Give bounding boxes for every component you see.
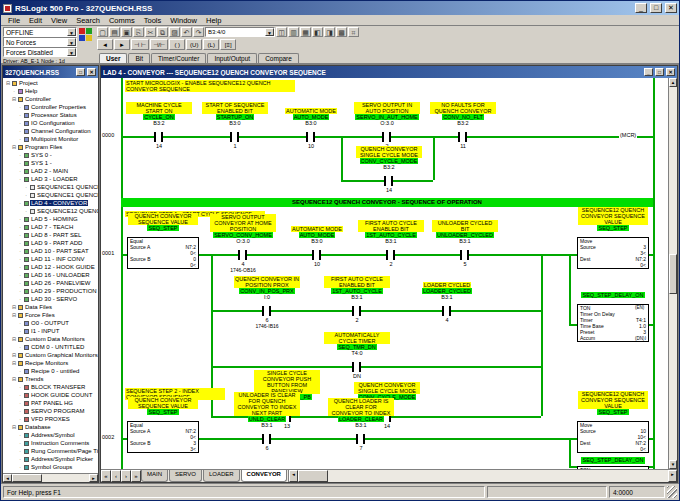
xic-contact[interactable] [238, 250, 247, 260]
tree-expand-icon[interactable]: ⊟ [11, 96, 17, 102]
tree-item-instruction-comments[interactable]: ·Instruction Comments [3, 439, 98, 447]
mode-combo[interactable]: OFFLINE ▼ [3, 27, 77, 37]
tree-maximize-button[interactable]: □ [76, 68, 85, 76]
rung-number[interactable]: 0000 [102, 132, 119, 138]
tree-item-lad-12-hook-guide[interactable]: ·LAD 12 - HOOK GUIDE [3, 263, 98, 271]
mcr-output[interactable]: (MCR) [619, 132, 637, 138]
palette-prev-button[interactable]: ◄ [97, 39, 113, 50]
maximize-button[interactable]: □ [650, 3, 662, 13]
properties-icon[interactable]: ▩ [336, 27, 347, 37]
tree-item-lad-3-loader[interactable]: ·LAD 3 - LOADER [3, 175, 98, 183]
tree-item-lad-8-part-sel[interactable]: ·LAD 8 - PART SEL [3, 231, 98, 239]
ladder-vertical-scrollbar[interactable]: ▲ ▼ [668, 78, 677, 469]
scroll-left-icon[interactable]: ◄ [3, 474, 12, 482]
tree-item-sequence1-quench-load[interactable]: ·SEQUENCE1 QUENCH LOAD [3, 191, 98, 199]
instruction-box[interactable]: MoveSource1010<DestN7:20< [577, 421, 649, 453]
xic-contact[interactable] [352, 306, 361, 316]
close-button[interactable]: ✕ [665, 3, 677, 13]
xic-contact[interactable] [382, 132, 391, 142]
forces-state-combo[interactable]: Forces Disabled ▼ [3, 47, 77, 57]
tree-item-io-configuration[interactable]: ·IO Configuration [3, 119, 98, 127]
menu-view[interactable]: View [47, 16, 71, 25]
tab-nav-2[interactable]: › [121, 470, 131, 482]
tree-item-o0-output[interactable]: ·O0 - OUTPUT [3, 319, 98, 327]
file-tab-loader[interactable]: LOADER [203, 470, 240, 482]
menu-window[interactable]: Window [166, 16, 201, 25]
xic-contact[interactable] [312, 250, 321, 260]
save-icon[interactable]: ▣ [121, 27, 132, 37]
tree-item-block-transfer[interactable]: ·BLOCK TRANSFER [3, 383, 98, 391]
tree-item-sys-0-[interactable]: ·SYS 0 - [3, 151, 98, 159]
palette-tab-input-output[interactable]: Input/Output [207, 53, 257, 63]
xio-instruction-button[interactable]: ⊣/⊢ [150, 39, 168, 50]
xic-contact[interactable] [230, 132, 239, 142]
tree-item-hook-guide-count[interactable]: ·HOOK GUIDE COUNT [3, 391, 98, 399]
xic-instruction-button[interactable]: ⊣ ⊢ [131, 39, 149, 50]
tree-expand-icon[interactable]: ⊟ [5, 80, 11, 86]
tree-item-lad-29-production[interactable]: ·LAD 29 - PRODUCTION [3, 287, 98, 295]
otu-instruction-button[interactable]: (U) [186, 39, 202, 50]
tree-item-cdm-0-untitled[interactable]: ·CDM 0 - UNTITLED [3, 343, 98, 351]
ladder-horizontal-scrollbar[interactable]: ◄► [288, 470, 677, 482]
tree-horizontal-scrollbar[interactable]: ◄ ► [3, 473, 98, 482]
xic-contact[interactable] [442, 306, 451, 316]
chevron-down-icon[interactable]: ▼ [67, 28, 76, 36]
instruction-box[interactable]: TONTimer On DelayTimerT4:2 [577, 466, 649, 469]
menu-file[interactable]: File [4, 16, 24, 25]
tab-nav-1[interactable]: ‹ [111, 470, 121, 482]
box-instruction-button[interactable]: [≡] [220, 39, 236, 50]
tree-item-recipe-0-untitled[interactable]: ·Recipe 0 - untitled [3, 367, 98, 375]
menu-help[interactable]: Help [202, 16, 225, 25]
tree-item-trends[interactable]: ⊟Trends [3, 375, 98, 383]
tree-item-channel-configuration[interactable]: ·Channel Configuration [3, 127, 98, 135]
tree-item-address-symbol[interactable]: ·Address/Symbol [3, 431, 98, 439]
tree-item-lad-2-main[interactable]: ·LAD 2 - MAIN [3, 167, 98, 175]
ladder-minimize-button[interactable]: _ [644, 68, 653, 76]
xic-contact[interactable] [352, 362, 361, 372]
minimize-button[interactable]: _ [635, 3, 647, 13]
rung-number[interactable]: 0002 [102, 434, 119, 440]
tree-close-button[interactable]: ✕ [87, 68, 96, 76]
palette-tab-bit[interactable]: Bit [128, 53, 150, 63]
scroll-left-icon[interactable]: ◄ [289, 470, 298, 482]
palette-tab-timer-counter[interactable]: Timer/Counter [151, 53, 206, 63]
ladder-close-button[interactable]: ✕ [666, 68, 675, 76]
tree-item-database[interactable]: ⊟Database [3, 423, 98, 431]
tree-item-custom-data-monitors[interactable]: ⊟Custom Data Monitors [3, 335, 98, 343]
tree-item-lad-10-part-seat[interactable]: ·LAD 10 - PART SEAT [3, 247, 98, 255]
otl-instruction-button[interactable]: (L) [203, 39, 219, 50]
window-titlebar[interactable]: RSLogix 500 Pro - 327QUENCH.RSS _ □ ✕ [1, 1, 679, 15]
verify-project-icon[interactable]: ▥ [288, 27, 299, 37]
palette-tab-user[interactable]: User [99, 53, 127, 63]
open-file-icon[interactable]: ▤ [109, 27, 120, 37]
xic-contact[interactable] [262, 306, 271, 316]
tree-item-lad-4-conveyor[interactable]: ·LAD 4 - CONVEYOR [3, 199, 98, 207]
tree-expand-icon[interactable]: ⊟ [11, 336, 17, 342]
tree-expand-icon[interactable]: ⊟ [11, 312, 17, 318]
redo-icon[interactable]: ↷ [193, 27, 204, 37]
rung-number[interactable]: 0001 [102, 250, 119, 256]
scroll-thumb[interactable] [12, 474, 42, 482]
new-file-icon[interactable]: ▢ [97, 27, 108, 37]
tree-item-program-files[interactable]: ⊟Program Files [3, 143, 98, 151]
menu-edit[interactable]: Edit [25, 16, 46, 25]
file-tab-conveyor[interactable]: CONVEYOR [241, 470, 287, 482]
tree-item-data-files[interactable]: ⊟Data Files [3, 303, 98, 311]
xic-contact[interactable] [356, 434, 365, 444]
ladder-editor-canvas[interactable]: START MICROLOGIX - ENABLE SEQUENCE12 QUE… [101, 78, 668, 469]
xic-contact[interactable] [386, 250, 395, 260]
chevron-down-icon[interactable]: ▼ [265, 28, 274, 36]
verify-file-icon[interactable]: ◫ [276, 27, 287, 37]
chevron-down-icon[interactable]: ▼ [67, 48, 76, 56]
palette-next-button[interactable]: ► [114, 39, 130, 50]
tab-nav-0[interactable]: « [101, 470, 111, 482]
tree-titlebar[interactable]: 327QUENCH.RSS □ ✕ [3, 66, 98, 78]
tree-item-sequence12-quench-con[interactable]: ·SEQUENCE12 QUENCH CON [3, 207, 98, 215]
tree-item-force-files[interactable]: ⊟Force Files [3, 311, 98, 319]
tree-item-project[interactable]: ⊟Project [3, 79, 98, 87]
instruction-box[interactable]: EqualSource AN7:20<Source B00< [127, 237, 199, 269]
cut-icon[interactable]: ✂ [145, 27, 156, 37]
tree-item-sequence1-quench-load[interactable]: ·SEQUENCE1 QUENCH LOAD [3, 183, 98, 191]
tree-item-lad-5-homing[interactable]: ·LAD 5 - HOMING [3, 215, 98, 223]
instruction-box[interactable]: MoveSource33<DestN7:20< [577, 237, 649, 269]
